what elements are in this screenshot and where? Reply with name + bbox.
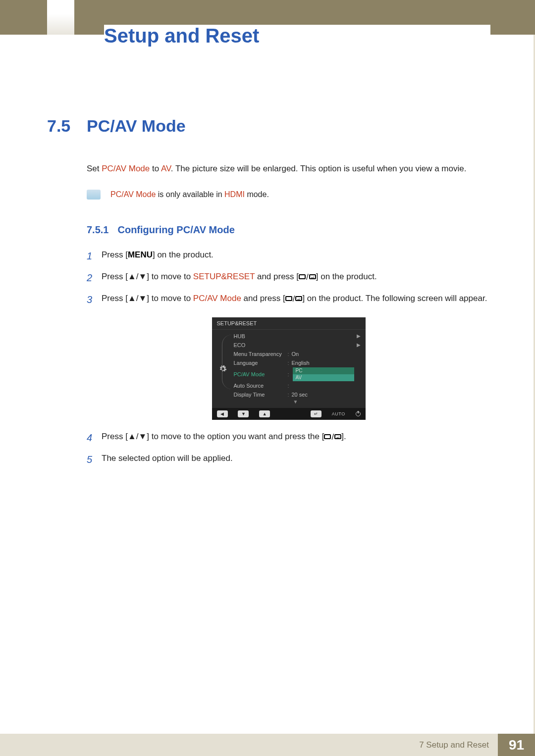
- osd-screenshot: SETUP&RESET HUB▶ ECO▶ Menu Transparency:…: [212, 317, 366, 420]
- osd-enter-icon: ↵: [311, 410, 321, 417]
- osd-title: SETUP&RESET: [212, 317, 366, 330]
- step-5: 5 The selected option will be applied.: [87, 452, 490, 467]
- step-4: 4 Press [▲/▼] to move to the option you …: [87, 430, 490, 446]
- chevron-right-icon: ▶: [357, 342, 361, 348]
- osd-dropdown: PC AV: [293, 367, 354, 381]
- step-number: 1: [87, 248, 102, 264]
- chevron-right-icon: ▶: [357, 333, 361, 339]
- osd-row-pcav: PC/AV Mode: PC AV: [231, 367, 361, 381]
- chevron-down-icon: ▼: [231, 399, 361, 406]
- power-icon: [356, 411, 361, 416]
- steps-list: 1 Press [MENU] on the product. 2 Press […: [87, 248, 490, 467]
- subsection-number: 7.5.1: [87, 224, 108, 236]
- chapter-title: Setup and Reset: [104, 25, 490, 47]
- source-enter-icon: /: [285, 292, 303, 305]
- note-text: PC/AV Mode is only available in HDMI mod…: [110, 190, 269, 199]
- footer-page-number: 91: [498, 734, 535, 756]
- osd-row-menu-transparency: Menu Transparency:On: [231, 350, 361, 358]
- intro-text: Set PC/AV Mode to AV. The picture size w…: [87, 163, 490, 175]
- osd-row-auto-source: Auto Source:: [231, 381, 361, 390]
- osd-footer: ◀ ▼ ▲ ↵ AUTO: [212, 408, 366, 420]
- step-1: 1 Press [MENU] on the product.: [87, 248, 490, 264]
- chapter-tab: [47, 0, 74, 35]
- section-number: 7.5: [47, 116, 87, 136]
- osd-row-eco: ECO▶: [231, 341, 361, 350]
- subsection-title: Configuring PC/AV Mode: [117, 224, 234, 236]
- section-title: PC/AV Mode: [87, 116, 186, 136]
- osd-back-icon: ◀: [217, 410, 228, 417]
- step-3: 3 Press [▲/▼] to move to PC/AV Mode and …: [87, 292, 490, 307]
- step-number: 5: [87, 452, 102, 467]
- page-footer: 7 Setup and Reset 91: [0, 734, 535, 756]
- footer-chapter: 7 Setup and Reset: [0, 734, 498, 756]
- osd-row-language: Language:English: [231, 358, 361, 367]
- step-2: 2 Press [▲/▼] to move to SETUP&RESET and…: [87, 270, 490, 286]
- note-icon: [87, 190, 101, 200]
- osd-row-hub: HUB▶: [231, 332, 361, 341]
- note-row: PC/AV Mode is only available in HDMI mod…: [87, 190, 490, 200]
- osd-option-av: AV: [293, 374, 354, 381]
- osd-option-pc: PC: [293, 367, 354, 374]
- step-number: 4: [87, 430, 102, 446]
- step-number: 3: [87, 292, 102, 307]
- osd-row-display-time: Display Time:20 sec: [231, 390, 361, 399]
- osd-down-icon: ▼: [238, 410, 249, 417]
- source-enter-icon: /: [324, 430, 341, 444]
- step-number: 2: [87, 270, 102, 286]
- source-enter-icon: /: [299, 270, 316, 284]
- osd-up-icon: ▲: [259, 410, 270, 417]
- osd-auto-label: AUTO: [332, 411, 345, 416]
